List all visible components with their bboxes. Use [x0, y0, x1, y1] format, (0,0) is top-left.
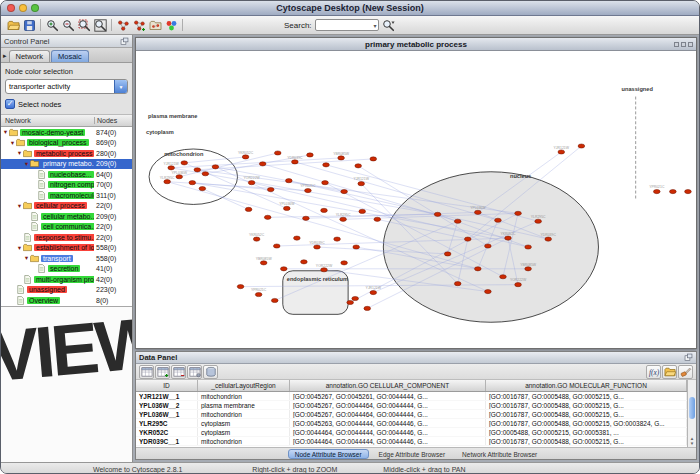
network-node[interactable] — [294, 236, 301, 240]
network-node[interactable] — [283, 206, 290, 210]
network-node[interactable] — [271, 298, 278, 302]
window-titlebar[interactable]: Cytoscape Desktop (New Session) — [1, 1, 699, 16]
network-node[interactable] — [267, 188, 274, 192]
network-node[interactable] — [280, 267, 287, 271]
network-node[interactable] — [248, 181, 255, 185]
network-node[interactable] — [454, 219, 461, 223]
tree-item-secretion[interactable]: secretion41(0) — [1, 264, 132, 275]
network-node[interactable] — [347, 300, 354, 304]
search-options-icon[interactable] — [381, 17, 397, 33]
network-node[interactable] — [545, 237, 552, 241]
open-file-icon[interactable] — [5, 17, 21, 33]
select-first-neighbors-icon[interactable] — [115, 17, 131, 33]
select-nodes-checkbox[interactable]: ✓ — [5, 99, 15, 109]
network-node[interactable] — [164, 180, 171, 184]
maximize-button[interactable] — [31, 4, 39, 12]
expand-collapse-icon[interactable]: ▼ — [23, 255, 30, 261]
column-header-annotation-go-molecular-function[interactable]: annotation.GO MOLECULAR_FUNCTION — [486, 380, 687, 391]
tab-network-attribute-browser[interactable]: Network Attribute Browser — [455, 449, 544, 459]
zoom-out-icon[interactable] — [60, 17, 76, 33]
network-node[interactable] — [274, 151, 281, 155]
network-node[interactable] — [307, 153, 314, 157]
network-node[interactable] — [321, 268, 328, 272]
search-input[interactable] — [316, 20, 368, 30]
network-node[interactable] — [370, 290, 377, 294]
network-node[interactable] — [189, 181, 196, 185]
network-node[interactable] — [202, 172, 209, 176]
tab-network[interactable]: Network — [9, 50, 51, 62]
tree-item-cellular-process[interactable]: ▼cellular process22(0) — [1, 201, 132, 212]
network-node[interactable] — [303, 216, 310, 220]
network-node[interactable] — [374, 217, 381, 221]
network-node[interactable] — [212, 165, 219, 169]
network-node[interactable] — [495, 218, 502, 222]
internal-maximize-button[interactable] — [681, 42, 686, 47]
tab-node-attribute-browser[interactable]: Node Attribute Browser — [288, 449, 369, 459]
network-node[interactable] — [485, 289, 492, 293]
column-header-cellularlayoutregion[interactable]: _cellularLayoutRegion — [198, 380, 290, 391]
delete-attribute-icon[interactable] — [171, 365, 186, 379]
network-node[interactable] — [264, 215, 271, 219]
network-node[interactable] — [525, 245, 532, 249]
network-node[interactable] — [301, 260, 308, 264]
open-attribute-file-icon[interactable] — [662, 365, 677, 379]
search-combobox[interactable]: ▾ — [315, 19, 379, 31]
expand-collapse-icon[interactable]: ▼ — [16, 150, 23, 156]
tab-edge-attribute-browser[interactable]: Edge Attribute Browser — [372, 449, 452, 459]
tab-mosaic[interactable]: Mosaic — [51, 50, 89, 62]
tree-item-response-to-stimu[interactable]: response to stimu...22(0) — [1, 232, 132, 243]
network-node[interactable] — [464, 237, 471, 241]
tree-item-cellular-metabo[interactable]: cellular metabo...209(0) — [1, 211, 132, 222]
network-node[interactable] — [181, 161, 188, 165]
search-dropdown-icon[interactable]: ▾ — [374, 22, 377, 30]
table-row[interactable]: YPL036W__2plasma membrane[GO:0045267, GO… — [136, 401, 687, 410]
network-node[interactable] — [352, 296, 359, 300]
network-node[interactable] — [515, 211, 522, 215]
table-row[interactable]: YLR295Ccytoplasm[GO:0045263, GO:0044444,… — [136, 419, 687, 428]
tree-item-mosaic-demo-yeast[interactable]: ▼mosaic-demo-yeast874(0) — [1, 127, 132, 138]
network-node[interactable] — [322, 181, 329, 185]
internal-minimize-button[interactable] — [674, 42, 679, 47]
network-node[interactable] — [314, 245, 321, 249]
network-node[interactable] — [535, 219, 542, 223]
network-node[interactable] — [500, 275, 507, 279]
tree-item-unassigned[interactable]: unassigned223(0) — [1, 285, 132, 296]
tree-item-nucleobase[interactable]: nucleobase...64(0) — [1, 169, 132, 180]
network-node[interactable] — [199, 187, 206, 191]
new-attribute-icon[interactable] — [155, 365, 170, 379]
save-session-icon[interactable] — [21, 17, 37, 33]
tree-item-primary-metabo[interactable]: ▼primary metabo...209(0) — [1, 159, 132, 170]
tree-item-macromolecule[interactable]: macromolecule...311(0) — [1, 190, 132, 201]
color-attribute-dropdown[interactable]: transporter activity ▼ — [5, 79, 128, 94]
table-row[interactable]: YJR121W__1mitochondrion[GO:0045267, GO:0… — [136, 392, 687, 401]
network-node[interactable] — [505, 236, 512, 240]
column-header-annotation-go-cellular-component[interactable]: annotation.GO CELLULAR_COMPONENT — [290, 380, 486, 391]
expand-collapse-icon[interactable]: ▼ — [9, 140, 16, 146]
network-node[interactable] — [194, 168, 201, 172]
column-header-id[interactable]: ID — [136, 380, 198, 391]
network-node[interactable] — [434, 212, 441, 216]
network-node[interactable] — [355, 164, 362, 168]
network-node[interactable] — [454, 282, 461, 286]
network-node[interactable] — [255, 292, 262, 296]
network-node[interactable] — [341, 190, 348, 194]
import-network-icon[interactable] — [147, 17, 163, 33]
network-node[interactable] — [685, 190, 692, 194]
select-attributes-icon[interactable] — [139, 365, 154, 379]
tree-item-transport[interactable]: ▼transport558(0) — [1, 253, 132, 264]
tree-item-metabolic-process[interactable]: ▼metabolic process280(0) — [1, 148, 132, 159]
network-node[interactable] — [444, 252, 451, 256]
attribute-settings-icon[interactable] — [187, 365, 202, 379]
import-attributes-icon[interactable] — [203, 365, 218, 379]
tree-item-establishment-of-lo[interactable]: ▼establishment of lo...558(0) — [1, 243, 132, 254]
expand-collapse-icon[interactable]: ▼ — [23, 161, 30, 167]
scroll-down-icon[interactable]: ▼ — [690, 441, 694, 446]
network-node[interactable] — [525, 267, 532, 271]
network-node[interactable] — [292, 160, 299, 164]
clear-attribute-icon[interactable] — [678, 365, 693, 379]
zoom-in-icon[interactable] — [44, 17, 60, 33]
network-node[interactable] — [485, 244, 492, 248]
expand-collapse-icon[interactable]: ▼ — [16, 203, 23, 209]
minimize-button[interactable] — [19, 4, 27, 12]
network-node[interactable] — [353, 245, 360, 249]
